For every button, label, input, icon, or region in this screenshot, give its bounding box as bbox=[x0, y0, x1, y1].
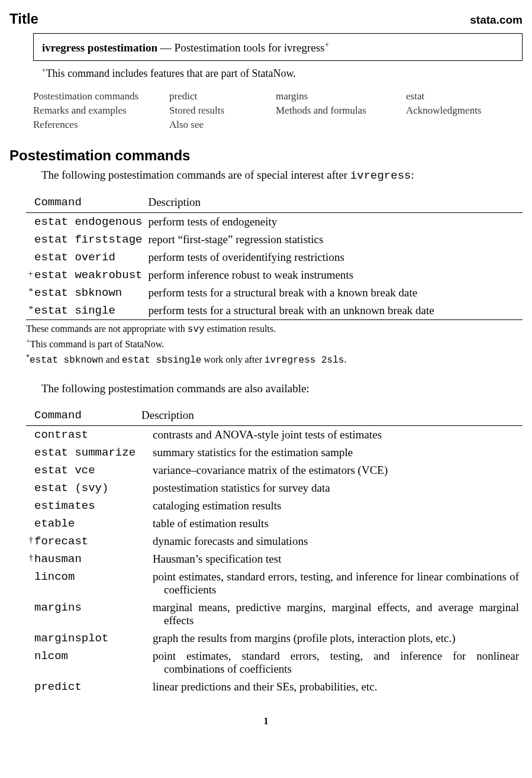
intro1-post: : bbox=[411, 169, 414, 181]
row-description: dynamic forecasts and simulations bbox=[141, 532, 523, 550]
note3-f: . bbox=[344, 354, 346, 364]
row-command[interactable]: nlcom bbox=[34, 647, 141, 678]
nav-link[interactable]: margins bbox=[276, 91, 406, 102]
row-mark bbox=[26, 629, 34, 647]
nav-link[interactable]: Methods and formulas bbox=[276, 105, 406, 117]
nav-link[interactable]: References bbox=[33, 119, 169, 131]
note3-d: work only after bbox=[201, 354, 265, 364]
note3-c: estat sbsingle bbox=[122, 355, 201, 366]
table-row: etabletable of estimation results bbox=[26, 515, 523, 532]
row-command[interactable]: estat weakrobust bbox=[34, 266, 148, 284]
row-command[interactable]: marginsplot bbox=[34, 629, 141, 647]
row-command[interactable]: estat sbknown bbox=[34, 284, 148, 302]
nav-link[interactable]: Stored results bbox=[169, 105, 276, 117]
note3-a: estat sbknown bbox=[30, 355, 104, 366]
row-mark: + bbox=[26, 266, 34, 284]
row-command[interactable]: estat endogenous bbox=[34, 213, 148, 231]
nav-link[interactable]: Acknowledgments bbox=[406, 105, 524, 117]
row-command[interactable]: predict bbox=[34, 678, 141, 696]
row-command[interactable]: hausman bbox=[34, 550, 141, 568]
t2-hdr-desc: Description bbox=[141, 407, 523, 426]
note1-c: estimation results. bbox=[205, 324, 276, 334]
title-footnote: +This command includes features that are… bbox=[41, 66, 523, 80]
row-mark bbox=[26, 425, 34, 444]
brand-text: stata.com bbox=[470, 14, 523, 27]
nav-link[interactable]: Also see bbox=[169, 119, 276, 131]
note3-b: and bbox=[104, 354, 122, 364]
row-mark: † bbox=[26, 550, 34, 568]
table-row: predictlinear predictions and their SEs,… bbox=[26, 678, 523, 696]
note1-a: These commands are not appropriate with bbox=[26, 324, 188, 334]
row-mark: * bbox=[26, 284, 34, 302]
row-description: perform tests for a structural break wit… bbox=[148, 284, 523, 302]
row-mark bbox=[26, 444, 34, 461]
box-separator: — bbox=[160, 41, 172, 54]
note3: *estat sbknown and estat sbsingle work o… bbox=[26, 353, 523, 366]
intro-text-1: The following postestimation commands ar… bbox=[41, 169, 523, 182]
row-description: perform tests of overidentifying restric… bbox=[148, 248, 523, 266]
row-command[interactable]: estat overid bbox=[34, 248, 148, 266]
row-command[interactable]: forecast bbox=[34, 532, 141, 550]
table-row: estat firststagereport “first-stage” reg… bbox=[26, 231, 523, 248]
table-row: †hausmanHausman’s specification test bbox=[26, 550, 523, 568]
row-description: table of estimation results bbox=[141, 515, 523, 532]
general-commands-table: Command Description contrastcontrasts an… bbox=[26, 407, 523, 696]
note1: These commands are not appropriate with … bbox=[26, 324, 523, 335]
table-row: estimatescataloging estimation results bbox=[26, 497, 523, 515]
note2-sup: + bbox=[26, 337, 30, 346]
section-nav: Postestimation commands predict margins … bbox=[33, 91, 523, 131]
row-description: perform inference robust to weak instrum… bbox=[148, 266, 523, 284]
table-row: estat endogenousperform tests of endogen… bbox=[26, 213, 523, 231]
box-command: ivregress postestimation bbox=[42, 41, 157, 54]
intro1-cmd: ivregress bbox=[350, 169, 411, 182]
row-mark bbox=[26, 213, 34, 231]
row-mark: * bbox=[26, 302, 34, 320]
row-command[interactable]: estat single bbox=[34, 302, 148, 320]
nav-link bbox=[406, 119, 524, 131]
row-command[interactable]: estat vce bbox=[34, 461, 141, 479]
row-command[interactable]: estat summarize bbox=[34, 444, 141, 461]
table-row: marginsplotgraph the results from margin… bbox=[26, 629, 523, 647]
row-mark bbox=[26, 461, 34, 479]
row-command[interactable]: etable bbox=[34, 515, 141, 532]
row-description: perform tests for a structural break wit… bbox=[148, 302, 523, 320]
row-description: linear predictions and their SEs, probab… bbox=[141, 678, 523, 696]
table-row: estat overidperform tests of overidentif… bbox=[26, 248, 523, 266]
footnote-text: This command includes features that are … bbox=[46, 67, 296, 79]
table-row: *estat sbknownperform tests for a struct… bbox=[26, 284, 523, 302]
row-description: postestimation statistics for survey dat… bbox=[141, 479, 523, 497]
table-row: lincompoint estimates, standard errors, … bbox=[26, 568, 523, 599]
row-mark bbox=[26, 231, 34, 248]
row-command[interactable]: lincom bbox=[34, 568, 141, 599]
row-command[interactable]: estat (svy) bbox=[34, 479, 141, 497]
table-row: estat summarizesummary statistics for th… bbox=[26, 444, 523, 461]
row-description: report “first-stage” regression statisti… bbox=[148, 231, 523, 248]
row-mark bbox=[26, 599, 34, 629]
row-command[interactable]: contrast bbox=[34, 425, 141, 444]
row-description: summary statistics for the estimation sa… bbox=[141, 444, 523, 461]
row-description: graph the results from margins (profile … bbox=[141, 629, 523, 647]
command-title-box: ivregress postestimation — Postestimatio… bbox=[33, 33, 523, 61]
row-command[interactable]: margins bbox=[34, 599, 141, 629]
t1-hdr-desc: Description bbox=[148, 194, 523, 213]
nav-link[interactable]: predict bbox=[169, 91, 276, 102]
table-row: *estat singleperform tests for a structu… bbox=[26, 302, 523, 320]
t1-hdr-cmd: Command bbox=[34, 194, 148, 213]
row-mark bbox=[26, 515, 34, 532]
nav-link[interactable]: estat bbox=[406, 91, 524, 102]
row-mark bbox=[26, 497, 34, 515]
nav-link bbox=[276, 119, 406, 131]
intro1-pre: The following postestimation commands ar… bbox=[41, 169, 350, 181]
note2-text: This command is part of StataNow. bbox=[30, 340, 164, 350]
table-row: †forecastdynamic forecasts and simulatio… bbox=[26, 532, 523, 550]
row-mark bbox=[26, 479, 34, 497]
title-row: Title stata.com bbox=[9, 11, 523, 27]
table1-notes: These commands are not appropriate with … bbox=[26, 324, 523, 366]
nav-link[interactable]: Postestimation commands bbox=[33, 91, 169, 102]
nav-link[interactable]: Remarks and examples bbox=[33, 105, 169, 117]
note1-b: svy bbox=[188, 324, 205, 335]
page-title: Title bbox=[9, 11, 38, 27]
row-command[interactable]: estimates bbox=[34, 497, 141, 515]
row-command[interactable]: estat firststage bbox=[34, 231, 148, 248]
note2: +This command is part of StataNow. bbox=[26, 337, 523, 350]
